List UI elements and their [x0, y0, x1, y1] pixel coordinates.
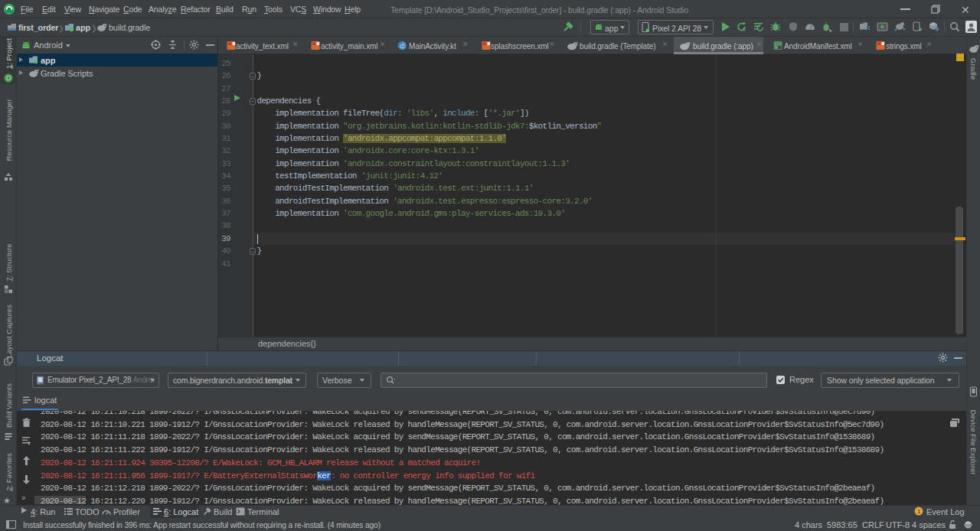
svg-text:1: 1: [917, 508, 921, 515]
svg-text:M: M: [775, 46, 778, 50]
svg-text:A: A: [742, 27, 746, 32]
svg-text:C: C: [400, 43, 404, 50]
